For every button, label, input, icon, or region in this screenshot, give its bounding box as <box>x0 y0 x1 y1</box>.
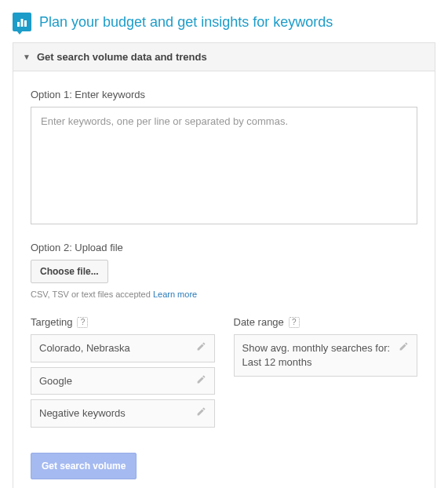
pencil-icon <box>399 341 409 351</box>
chart-bubble-icon <box>13 13 31 31</box>
daterange-label: Date range ? <box>234 316 418 328</box>
targeting-location-field[interactable]: Colorado, Nebraska <box>31 334 215 362</box>
choose-file-button[interactable]: Choose file... <box>31 260 108 283</box>
option2-label: Option 2: Upload file <box>31 242 417 253</box>
page-title: Plan your budget and get insights for ke… <box>39 14 333 31</box>
panel-body: Option 1: Enter keywords Option 2: Uploa… <box>13 71 435 488</box>
pencil-icon <box>196 341 206 351</box>
search-volume-panel: ▼ Get search volume data and trends Opti… <box>13 42 435 488</box>
targeting-negative-field[interactable]: Negative keywords <box>31 399 215 428</box>
learn-more-link[interactable]: Learn more <box>153 290 197 299</box>
svg-rect-2 <box>24 20 27 27</box>
daterange-column: Date range ? Show avg. monthly searches … <box>234 316 418 432</box>
panel-header[interactable]: ▼ Get search volume data and trends <box>13 43 435 71</box>
svg-rect-0 <box>17 22 20 27</box>
pencil-icon <box>196 374 206 384</box>
targeting-network-field[interactable]: Google <box>31 367 215 395</box>
svg-rect-1 <box>21 19 24 27</box>
daterange-field[interactable]: Show avg. monthly searches for: Last 12 … <box>234 334 418 377</box>
panel-title: Get search volume data and trends <box>37 51 207 63</box>
file-helper-text: CSV, TSV or text files accepted Learn mo… <box>31 290 417 299</box>
targeting-label: Targeting ? <box>31 316 215 328</box>
page-header: Plan your budget and get insights for ke… <box>13 13 435 31</box>
option1-label: Option 1: Enter keywords <box>31 89 417 100</box>
targeting-column: Targeting ? Colorado, Nebraska Google Ne… <box>31 316 215 432</box>
chevron-down-icon: ▼ <box>23 53 31 61</box>
pencil-icon <box>196 406 206 417</box>
keywords-textarea[interactable] <box>31 107 417 224</box>
get-search-volume-button[interactable]: Get search volume <box>31 453 137 479</box>
targeting-help-icon[interactable]: ? <box>77 317 88 328</box>
daterange-help-icon[interactable]: ? <box>289 317 300 328</box>
